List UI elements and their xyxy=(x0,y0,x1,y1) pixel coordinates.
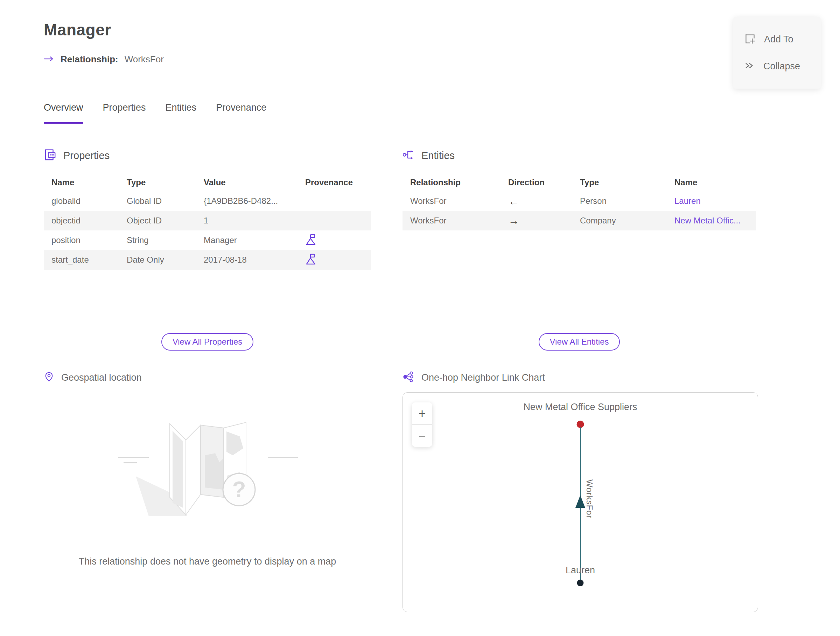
tab-provenance[interactable]: Provenance xyxy=(216,102,266,124)
view-all-properties-row: View All Properties xyxy=(44,331,371,352)
property-type: Object ID xyxy=(119,216,196,226)
property-value: {1A9DB2B6-D482... xyxy=(196,196,297,206)
entity-type: Person xyxy=(572,196,667,206)
table-row: globalid Global ID {1A9DB2B6-D482... xyxy=(44,191,371,211)
relationship-value: WorksFor xyxy=(125,54,164,65)
map-pin-icon xyxy=(44,372,54,383)
page-header: Manager Relationship: WorksFor xyxy=(44,20,164,65)
direction-arrow: ← xyxy=(501,195,572,208)
properties-table-header: Name Type Value Provenance xyxy=(44,174,371,191)
zoom-in-button[interactable]: + xyxy=(412,402,432,424)
person-node-label: Lauren xyxy=(565,565,595,576)
entities-table-wrap: Relationship Direction Type Name WorksFo… xyxy=(403,174,756,331)
col-header-relationship: Relationship xyxy=(403,177,501,187)
property-name: objectid xyxy=(44,216,119,226)
zoom-out-button[interactable]: − xyxy=(412,425,432,447)
entity-relationship: WorksFor xyxy=(403,196,501,206)
geospatial-section-header: Geospatial location xyxy=(44,370,371,384)
property-type: Date Only xyxy=(119,255,196,265)
relationship-label: Relationship: xyxy=(60,54,118,65)
link-chart-section-title: One-hop Neighbor Link Chart xyxy=(422,372,545,383)
view-all-entities-row: View All Entities xyxy=(403,331,756,352)
col-header-value: Value xyxy=(196,177,297,187)
table-row: start_date Date Only 2017-08-18 xyxy=(44,250,371,270)
floating-action-panel: Add To Collapse xyxy=(733,17,821,89)
entity-link[interactable]: Lauren xyxy=(674,196,701,206)
property-type: String xyxy=(119,235,196,245)
entities-icon xyxy=(403,149,414,162)
col-header-type: Type xyxy=(572,177,667,187)
relationship-subline: Relationship: WorksFor xyxy=(44,54,164,65)
properties-icon xyxy=(44,149,56,163)
table-row: objectid Object ID 1 xyxy=(44,211,371,231)
view-all-properties-button[interactable]: View All Properties xyxy=(161,333,254,351)
add-to-button[interactable]: Add To xyxy=(744,33,814,46)
collapse-button[interactable]: Collapse xyxy=(744,60,814,72)
person-node[interactable] xyxy=(577,580,584,586)
page-title: Manager xyxy=(44,20,164,39)
svg-text:?: ? xyxy=(232,477,246,502)
tab-properties[interactable]: Properties xyxy=(103,102,146,124)
table-row: WorksFor → Company New Metal Offic... xyxy=(403,211,756,231)
property-value: 1 xyxy=(196,216,297,226)
col-header-name: Name xyxy=(667,177,756,187)
entities-table-header: Relationship Direction Type Name xyxy=(403,174,756,191)
entity-type: Company xyxy=(572,216,667,226)
properties-column: Properties Name Type Value Provenance gl… xyxy=(44,147,371,567)
entities-table: Relationship Direction Type Name WorksFo… xyxy=(403,174,756,231)
provenance-flag-icon[interactable] xyxy=(297,253,371,267)
entities-section-header: Entities xyxy=(403,147,756,164)
properties-table-wrap: Name Type Value Provenance globalid Glob… xyxy=(44,174,371,331)
col-header-name: Name xyxy=(44,177,119,187)
tab-bar: Overview Properties Entities Provenance xyxy=(44,102,266,124)
property-type: Global ID xyxy=(119,196,196,206)
property-value: 2017-08-18 xyxy=(196,255,297,265)
one-hop-link-chart[interactable]: + − New Metal Office Suppliers WorksFor … xyxy=(403,392,758,612)
direction-arrow: → xyxy=(501,214,572,227)
add-to-label: Add To xyxy=(764,34,793,45)
property-name: globalid xyxy=(44,196,119,206)
properties-section-header: Properties xyxy=(44,147,371,164)
tab-overview[interactable]: Overview xyxy=(44,102,83,124)
entities-section-title: Entities xyxy=(422,150,455,161)
col-header-type: Type xyxy=(119,177,196,187)
provenance-flag-icon[interactable] xyxy=(297,233,371,247)
table-row: WorksFor ← Person Lauren xyxy=(403,191,756,211)
add-to-icon xyxy=(744,33,756,46)
map-placeholder-illustration: ? xyxy=(117,402,298,528)
property-name: start_date xyxy=(44,255,119,265)
table-row: position String Manager xyxy=(44,231,371,250)
link-chart-section-header: One-hop Neighbor Link Chart xyxy=(403,370,756,384)
entity-relationship: WorksFor xyxy=(403,216,501,226)
property-name: position xyxy=(44,235,119,245)
edge-arrowhead-icon xyxy=(575,495,585,508)
entities-column: Entities Relationship Direction Type Nam… xyxy=(403,147,756,612)
edge-label: WorksFor xyxy=(584,479,594,519)
properties-section-title: Properties xyxy=(63,150,109,161)
company-node-label: New Metal Office Suppliers xyxy=(523,402,637,413)
chart-zoom-controls: + − xyxy=(412,402,432,447)
tab-entities[interactable]: Entities xyxy=(166,102,197,124)
collapse-label: Collapse xyxy=(763,61,800,72)
entity-link[interactable]: New Metal Offic... xyxy=(674,216,741,225)
relationship-arrow-icon xyxy=(44,55,54,64)
link-chart-icon xyxy=(403,371,414,384)
collapse-chevrons-icon xyxy=(744,60,755,72)
properties-table: Name Type Value Provenance globalid Glob… xyxy=(44,174,371,270)
relationship-detail-page: Manager Relationship: WorksFor Add To xyxy=(0,0,840,636)
geospatial-empty-state: ? This relationship does not have geomet… xyxy=(44,384,371,567)
col-header-provenance: Provenance xyxy=(297,177,371,187)
view-all-entities-button[interactable]: View All Entities xyxy=(538,333,620,351)
col-header-direction: Direction xyxy=(501,177,572,187)
geospatial-section-title: Geospatial location xyxy=(61,372,142,383)
property-value: Manager xyxy=(196,235,297,245)
no-geometry-message: This relationship does not have geometry… xyxy=(44,556,371,567)
